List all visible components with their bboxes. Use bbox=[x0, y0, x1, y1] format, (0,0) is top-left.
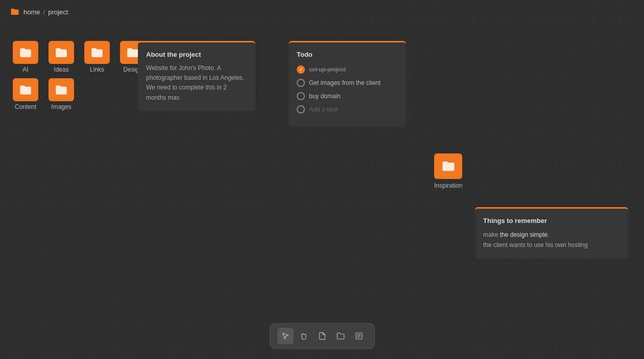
folder-svg-ideas bbox=[55, 46, 68, 59]
todo-checkbox-1 bbox=[297, 79, 305, 87]
todo-item-text-1: Get images from the client bbox=[309, 79, 380, 86]
toolbar-folder-tool[interactable] bbox=[332, 328, 349, 344]
todo-item-0[interactable]: set up project bbox=[297, 65, 398, 74]
todo-card: Todo set up project Get images from the … bbox=[289, 41, 406, 127]
todo-card-title: Todo bbox=[297, 51, 398, 58]
todo-item-text-0: set up project bbox=[309, 66, 346, 73]
folder-icon-ai bbox=[13, 41, 38, 64]
page-wrapper: home / project AI Ideas bbox=[0, 0, 644, 359]
breadcrumb-folder-icon bbox=[10, 7, 19, 16]
document-icon bbox=[355, 332, 363, 340]
toolbar-note-tool[interactable] bbox=[314, 328, 330, 344]
about-card-title: About the project bbox=[146, 51, 247, 58]
toolbar-hand-tool[interactable] bbox=[296, 328, 312, 344]
folder-grid: AI Ideas Links Design bbox=[10, 41, 148, 110]
folder-icon-content bbox=[13, 78, 38, 101]
breadcrumb-current: project bbox=[48, 8, 68, 16]
folder-label-links: Links bbox=[90, 66, 104, 73]
folder-label-ai: AI bbox=[22, 66, 28, 73]
folder-icon-ideas bbox=[49, 41, 74, 64]
remember-card-title: Things to remember bbox=[483, 217, 620, 225]
folder-icon-links bbox=[84, 41, 110, 64]
select-icon bbox=[281, 332, 290, 340]
folder-svg-content bbox=[19, 83, 32, 97]
todo-item-text-2: buy domain bbox=[309, 93, 341, 100]
inspiration-folder[interactable]: Inspiration bbox=[434, 153, 462, 189]
remember-text-client: the client wants to use his own hosting bbox=[483, 241, 588, 249]
todo-add-label: Add a task bbox=[309, 106, 338, 113]
todo-add-item[interactable]: Add a task bbox=[297, 105, 398, 114]
note-icon bbox=[318, 332, 326, 340]
folder-item-ideas[interactable]: Ideas bbox=[46, 41, 77, 73]
breadcrumb: home / project bbox=[0, 0, 644, 24]
folder-tool-icon bbox=[337, 332, 345, 340]
toolbar-document-tool[interactable] bbox=[351, 328, 367, 344]
folder-svg-links bbox=[90, 46, 104, 59]
folder-item-ai[interactable]: AI bbox=[10, 41, 41, 73]
todo-checkbox-2 bbox=[297, 92, 305, 100]
folder-label-images: Images bbox=[51, 103, 71, 110]
remember-card: Things to remember make the design simpl… bbox=[475, 207, 628, 259]
todo-checkbox-0 bbox=[297, 65, 305, 74]
todo-item-2[interactable]: buy domain bbox=[297, 92, 398, 100]
bottom-toolbar bbox=[270, 323, 375, 349]
folder-label-ideas: Ideas bbox=[54, 66, 68, 73]
remember-text-make: make bbox=[483, 231, 500, 238]
breadcrumb-home-link[interactable]: home bbox=[23, 8, 40, 16]
about-card: About the project Website for John's Pho… bbox=[138, 41, 255, 111]
folder-item-links[interactable]: Links bbox=[82, 41, 112, 73]
folder-svg-images bbox=[55, 83, 68, 97]
folder-item-content[interactable]: Content bbox=[10, 78, 41, 110]
remember-text-highlight: the design simple. bbox=[500, 231, 550, 238]
inspiration-folder-icon bbox=[434, 153, 462, 179]
toolbar-select-tool[interactable] bbox=[277, 328, 294, 344]
hand-icon bbox=[300, 332, 308, 340]
breadcrumb-separator: / bbox=[43, 8, 45, 16]
folder-item-images[interactable]: Images bbox=[46, 78, 77, 110]
canvas: AI Ideas Links Design bbox=[0, 26, 644, 359]
todo-item-1[interactable]: Get images from the client bbox=[297, 79, 398, 87]
inspiration-folder-label: Inspiration bbox=[434, 182, 462, 189]
folder-svg-ai bbox=[19, 46, 32, 59]
remember-card-text: make the design simple. the client wants… bbox=[483, 230, 620, 251]
folder-icon-images bbox=[49, 78, 74, 101]
folder-label-content: Content bbox=[15, 103, 36, 110]
about-card-description: Website for John's Photo. A photographer… bbox=[146, 63, 247, 103]
inspiration-folder-svg bbox=[441, 159, 456, 173]
todo-checkbox-add bbox=[297, 105, 305, 114]
